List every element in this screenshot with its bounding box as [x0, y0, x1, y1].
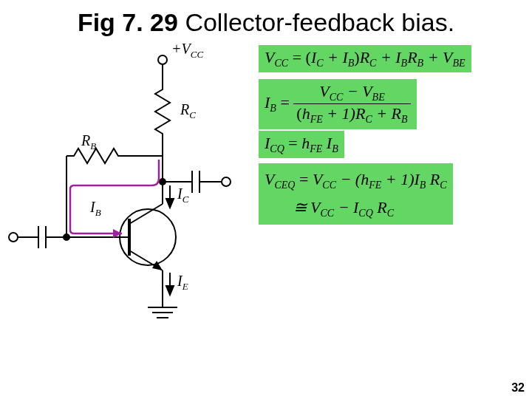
svg-line-19 [129, 204, 163, 224]
label-ie: IE [177, 273, 188, 293]
equation-icq: ICQ = hFE IB [259, 131, 344, 158]
figure-caption: Collector-feedback bias. [178, 8, 454, 36]
svg-marker-32 [166, 286, 174, 295]
equation-ib: IB = VCC − VBE (hFE + 1)RC + RB [259, 79, 417, 129]
label-rb: RB [81, 132, 96, 152]
label-vcc: +VCC [171, 41, 203, 61]
figure-title: Fig 7. 29 Collector-feedback bias. [0, 0, 532, 38]
label-rc: RC [180, 101, 196, 121]
svg-point-16 [9, 233, 18, 242]
content-area: +VCC RC RB IB IC IE VCC = (IC + IB)RC + … [0, 38, 532, 363]
equation-vcc: VCC = (IC + IB)RC + IBRB + VBE [259, 45, 471, 72]
svg-marker-30 [166, 199, 174, 208]
circuit-diagram [0, 38, 251, 348]
label-ic: IC [177, 185, 188, 205]
equation-vceq: VCEQ = VCC − (hFE + 1)IB RC ≅ VCC − ICQ … [259, 163, 453, 225]
svg-point-8 [222, 177, 231, 186]
svg-point-0 [158, 55, 167, 64]
figure-number: Fig 7. 29 [78, 8, 178, 36]
page-number: 32 [511, 381, 525, 395]
label-ib: IB [90, 199, 101, 219]
